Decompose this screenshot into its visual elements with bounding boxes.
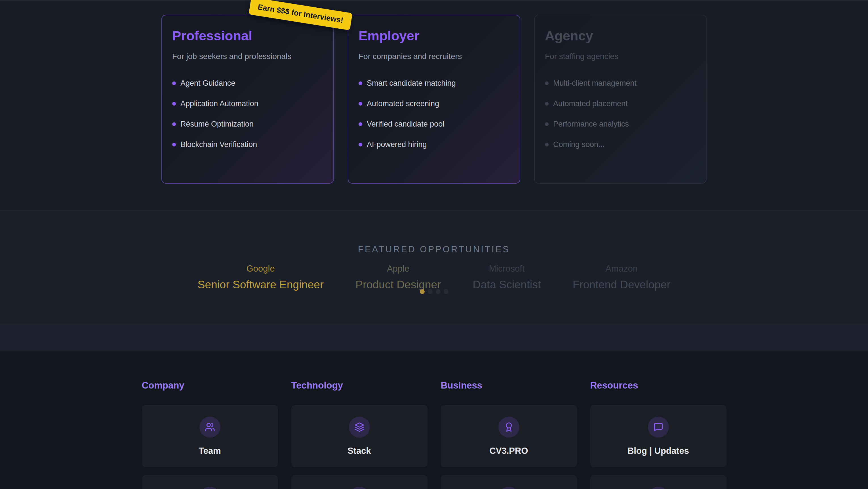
bullet-dot-icon [172,122,176,126]
feature-list: Smart candidate matching Automated scree… [359,79,509,148]
pricing-card-professional[interactable]: Earn $$$ for Interviews! Professional Fo… [161,15,334,183]
feature-item: Coming soon... [545,141,696,148]
footer-heading: Company [142,380,278,391]
featured-section: FEATURED OPPORTUNITIES Google Senior Sof… [0,211,868,324]
bullet-dot-icon [359,122,362,126]
pricing-section: Earn $$$ for Interviews! Professional Fo… [0,0,868,211]
feature-label: Coming soon... [553,141,605,148]
bullet-dot-icon [545,122,549,126]
footer-section: Company Team [0,352,868,489]
footer-heading: Resources [590,380,726,391]
footer-card-partial[interactable] [291,475,428,489]
bullet-dot-icon [359,102,362,106]
carousel-dot[interactable] [436,289,440,294]
icon-circle [498,416,519,438]
footer-card-team[interactable]: Team [142,405,278,467]
bullet-dot-icon [545,82,549,85]
job-role: Senior Software Engineer [197,279,323,291]
users-icon [205,422,215,432]
pricing-card-subtitle: For job seekers and professionals [172,52,323,61]
footer-heading: Business [441,380,577,391]
feature-label: AI-powered hiring [367,141,427,148]
footer-columns: Company Team [0,380,868,489]
feature-label: Smart candidate matching [367,79,456,87]
job-company: Apple [355,264,441,274]
feature-list: Agent Guidance Application Automation Ré… [172,79,323,148]
pricing-card-title: Professional [172,28,323,44]
pricing-card-content: Employer For companies and recruiters Sm… [359,28,509,148]
bullet-dot-icon [359,143,362,146]
feature-item: Automated placement [545,99,696,108]
bullet-dot-icon [545,143,549,146]
feature-item: Automated screening [359,99,509,108]
footer-card-cv3pro[interactable]: CV3.PRO [441,405,577,467]
bullet-dot-icon [172,82,176,85]
icon-circle [199,416,220,438]
feature-label: Verified candidate pool [367,120,444,128]
icon-circle [199,487,220,489]
feature-list: Multi-client management Automated placem… [545,79,696,148]
feature-item: Agent Guidance [172,79,323,87]
pricing-card-subtitle: For companies and recruiters [359,52,509,61]
feature-item: Résumé Optimization [172,120,323,128]
feature-label: Multi-client management [553,79,637,87]
carousel-dot[interactable] [420,289,425,294]
job-role: Data Scientist [472,279,541,291]
feature-label: Blockchain Verification [180,141,257,148]
job-role: Frontend Developer [573,279,671,291]
footer-column-technology: Technology Stack [291,380,428,489]
footer-card-label: Team [142,446,278,456]
job-company: Amazon [573,264,671,274]
feature-label: Automated screening [367,99,439,108]
carousel-dot[interactable] [428,289,433,294]
pricing-card-title: Employer [359,28,509,44]
icon-circle [648,487,669,489]
footer-card-label: CV3.PRO [441,446,577,456]
footer-card-blog[interactable]: Blog | Updates [590,405,726,467]
job-item-google[interactable]: Google Senior Software Engineer [197,264,323,291]
job-item-apple[interactable]: Apple Product Designer [355,264,441,291]
pricing-card-subtitle: For staffing agencies [545,52,696,61]
footer-card-label: Stack [291,446,427,456]
pricing-card-employer[interactable]: Employer For companies and recruiters Sm… [348,15,520,183]
icon-circle [349,416,370,438]
feature-label: Résumé Optimization [180,120,254,128]
featured-jobs-row: Google Senior Software Engineer Apple Pr… [0,264,868,291]
footer-column-business: Business CV3.PRO [441,380,577,489]
job-company: Microsoft [472,264,541,274]
pricing-cards-row: Earn $$$ for Interviews! Professional Fo… [0,1,868,183]
icon-circle [498,487,519,489]
job-item-amazon[interactable]: Amazon Frontend Developer [573,264,671,291]
footer-column-resources: Resources Blog | Updates [590,380,726,489]
award-icon [504,422,514,432]
pricing-card-content: Agency For staffing agencies Multi-clien… [545,28,696,148]
footer-card-partial[interactable] [142,475,278,489]
feature-item: Application Automation [172,99,323,108]
feature-item: Blockchain Verification [172,141,323,148]
feature-item: Smart candidate matching [359,79,509,87]
feature-label: Agent Guidance [180,79,236,87]
pricing-card-title: Agency [545,28,696,44]
feature-item: AI-powered hiring [359,141,509,148]
job-role: Product Designer [355,279,441,291]
bullet-dot-icon [359,82,362,85]
job-item-microsoft[interactable]: Microsoft Data Scientist [472,264,541,291]
earn-badge: Earn $$$ for Interviews! [248,0,352,30]
feature-label: Performance analytics [553,120,629,128]
pricing-card-content: Professional For job seekers and profess… [172,28,323,148]
footer-card-partial[interactable] [441,475,577,489]
footer-card-stack[interactable]: Stack [291,405,428,467]
layers-icon [354,422,365,432]
bullet-dot-icon [545,102,549,106]
job-company: Google [197,264,323,274]
footer-column-company: Company Team [142,380,278,489]
footer-card-partial[interactable] [590,475,726,489]
feature-item: Verified candidate pool [359,120,509,128]
footer-card-label: Blog | Updates [591,446,726,456]
icon-circle [648,416,669,438]
feature-item: Multi-client management [545,79,696,87]
bullet-dot-icon [172,143,176,146]
carousel-dot[interactable] [444,289,448,294]
icon-circle [349,487,370,489]
message-icon [653,422,663,432]
